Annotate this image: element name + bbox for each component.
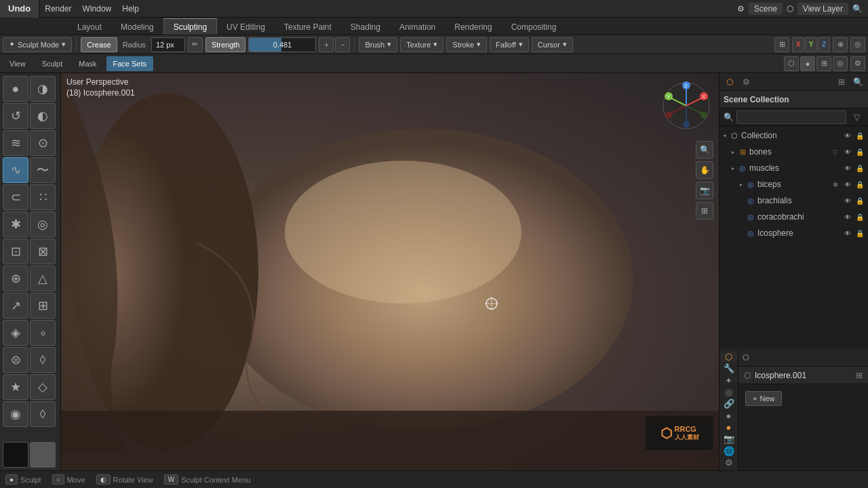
- thumb-btn[interactable]: ↗: [3, 293, 28, 319]
- rendered-icon[interactable]: ⬡: [784, 56, 799, 71]
- camera-icon[interactable]: 📷: [696, 182, 713, 199]
- constraints-icon[interactable]: 🔗: [721, 399, 737, 409]
- nudge-btn[interactable]: ◈: [3, 320, 28, 346]
- coraco-lock-icon[interactable]: 🔒: [854, 211, 865, 222]
- clay-strips-btn[interactable]: ◐: [30, 103, 56, 129]
- wireframe-icon[interactable]: ⊞: [816, 56, 831, 71]
- boundary-btn[interactable]: ◊: [30, 347, 56, 373]
- outliner-biceps[interactable]: ▸ ◎ biceps ✱ 👁 🔒: [719, 176, 868, 192]
- tab-sculpting[interactable]: Sculpting: [163, 18, 217, 35]
- menu-help[interactable]: Help: [117, 0, 144, 17]
- foreground-color[interactable]: [3, 442, 28, 468]
- tab-compositing[interactable]: Compositing: [502, 18, 566, 35]
- muscles-lock-icon[interactable]: 🔒: [854, 163, 865, 174]
- z-axis-btn[interactable]: Z: [818, 37, 830, 52]
- rotate-tool-btn[interactable]: ∘: [30, 320, 56, 346]
- outliner-muscles[interactable]: ▸ ◎ muscles 👁 🔒: [719, 160, 868, 176]
- world-icon[interactable]: 🌐: [721, 445, 737, 455]
- add-material-btn[interactable]: + New: [745, 391, 782, 406]
- viewport-options-icon[interactable]: ⚙: [850, 56, 865, 71]
- prop-object-name[interactable]: ⬡ Icosphere.001 ⊞: [738, 367, 868, 384]
- blob-btn[interactable]: ⊙: [30, 130, 56, 156]
- grid-icon[interactable]: ⊞: [696, 202, 713, 220]
- brush-name-btn[interactable]: Crease: [81, 37, 117, 52]
- tab-modeling[interactable]: Modeling: [111, 18, 163, 35]
- mask-brush-btn[interactable]: ◉: [3, 401, 28, 427]
- outliner-collection[interactable]: ▾ ⬡ Collection 👁 🔒: [719, 127, 868, 144]
- collection-arrow[interactable]: ▾: [722, 133, 728, 139]
- strength-label-btn[interactable]: Strength: [205, 37, 246, 52]
- biceps-lock-icon[interactable]: 🔒: [854, 179, 865, 190]
- undo-button[interactable]: Undo: [0, 0, 39, 18]
- search-icon-right[interactable]: 🔍: [850, 75, 865, 89]
- collection-vis-icon[interactable]: 👁: [842, 130, 853, 141]
- tab-shading[interactable]: Shading: [341, 18, 390, 35]
- falloff-dropdown[interactable]: Falloff▾: [490, 37, 529, 52]
- icosphere-lock-icon[interactable]: 🔒: [854, 228, 865, 239]
- biceps-spec-icon[interactable]: ✱: [830, 179, 841, 190]
- overlay-icon[interactable]: ◎: [850, 37, 865, 52]
- symmetry-icon[interactable]: ⊕: [833, 37, 848, 52]
- add-icon[interactable]: +: [319, 37, 334, 52]
- subtool-face-sets[interactable]: Face Sets: [106, 56, 154, 71]
- outliner-bones[interactable]: ▸ ⊞ bones ▽ 👁 🔒: [719, 144, 868, 160]
- biceps-vis-icon[interactable]: 👁: [842, 179, 853, 190]
- bones-vis-icon[interactable]: 👁: [842, 146, 853, 157]
- view-layer-label[interactable]: View Layer: [797, 3, 848, 15]
- simplify-btn[interactable]: ◇: [30, 374, 56, 400]
- inflate-btn[interactable]: ≋: [3, 130, 28, 156]
- viewport[interactable]: User Perspective (18) Icosphere.001 Z X …: [61, 73, 719, 470]
- draw-sharp-btn[interactable]: ◑: [30, 76, 56, 102]
- tab-rendering[interactable]: Rendering: [445, 18, 501, 35]
- scene-icon-side[interactable]: ⚙: [721, 458, 737, 468]
- biceps-arrow[interactable]: ▸: [738, 182, 744, 188]
- solid-icon[interactable]: ●: [800, 56, 815, 71]
- flatten-btn[interactable]: ⊂: [3, 184, 28, 210]
- muscles-vis-icon[interactable]: 👁: [842, 163, 853, 174]
- scene-label[interactable]: Scene: [749, 3, 783, 15]
- elastic-btn[interactable]: ⊕: [3, 266, 28, 291]
- menu-render[interactable]: Render: [39, 0, 77, 17]
- clay-btn[interactable]: ↺: [3, 103, 28, 129]
- tab-uv-editing[interactable]: UV Editing: [217, 18, 275, 35]
- subtool-sculpt[interactable]: Sculpt: [35, 56, 70, 71]
- particles-icon[interactable]: ✦: [721, 375, 737, 386]
- scrape-btn[interactable]: ✱: [3, 211, 28, 237]
- subtool-mask[interactable]: Mask: [72, 56, 103, 71]
- draw-tool-btn[interactable]: ●: [3, 76, 28, 102]
- radius-value[interactable]: 12 px: [151, 37, 185, 52]
- outliner-tab-icon[interactable]: ⬡: [722, 75, 737, 89]
- coraco-vis-icon[interactable]: 👁: [842, 211, 853, 222]
- snake-hook-btn[interactable]: △: [30, 266, 56, 291]
- x-axis-btn[interactable]: X: [792, 37, 804, 52]
- subtool-view[interactable]: View: [3, 56, 33, 71]
- rendered2-icon[interactable]: ◎: [833, 56, 848, 71]
- outliner-coracobrachi[interactable]: ▸ ◎ coracobrachi 👁 🔒: [719, 209, 868, 225]
- outliner-brachialis[interactable]: ▸ ◎ brachialis 👁 🔒: [719, 192, 868, 209]
- muscles-arrow[interactable]: ▸: [730, 165, 736, 171]
- physics-icon[interactable]: ◎: [721, 387, 737, 397]
- brachialis-lock-icon[interactable]: 🔒: [854, 195, 865, 206]
- face-set-paint-btn[interactable]: ◊: [30, 401, 56, 427]
- outliner-search-input[interactable]: [736, 110, 846, 124]
- filter-outliner[interactable]: ▽: [849, 110, 864, 125]
- grab-btn[interactable]: ⊠: [30, 239, 56, 264]
- object-icon[interactable]: ●: [721, 410, 737, 420]
- pose-btn[interactable]: ⊞: [30, 293, 56, 319]
- zoom-in-icon[interactable]: 🔍: [696, 141, 713, 159]
- brachialis-vis-icon[interactable]: 👁: [842, 195, 853, 206]
- pressure-icon[interactable]: ✏: [188, 37, 203, 52]
- bones-arrow[interactable]: ▸: [730, 149, 736, 155]
- brush-dropdown[interactable]: Brush▾: [359, 37, 397, 52]
- hand-icon[interactable]: ✋: [696, 161, 713, 179]
- axis-gizmo[interactable]: Z X Y: [659, 79, 713, 133]
- stroke-dropdown[interactable]: Stroke▾: [446, 37, 487, 52]
- tab-texture-paint[interactable]: Texture Paint: [275, 18, 341, 35]
- fill-btn[interactable]: ∷: [30, 184, 56, 210]
- crease-btn[interactable]: ∿: [3, 157, 28, 183]
- multiplane-btn[interactable]: ◎: [30, 211, 56, 237]
- sculpt-mode-dropdown[interactable]: ✦ Sculpt Mode ▾: [3, 37, 72, 52]
- object-data-icon[interactable]: ⬡: [721, 352, 737, 362]
- properties-tab-icon[interactable]: ⚙: [738, 75, 753, 89]
- material-icon[interactable]: ●: [721, 422, 737, 432]
